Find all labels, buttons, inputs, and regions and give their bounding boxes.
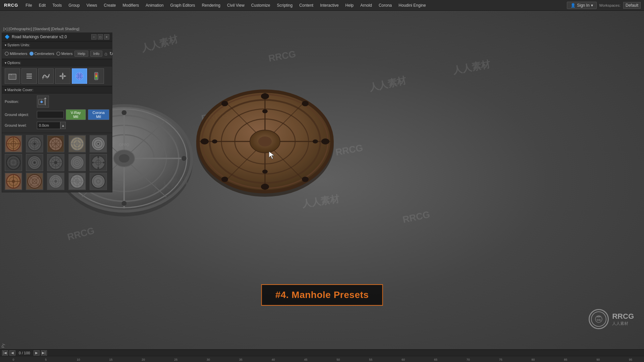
workspaces-label: Workspaces:	[599, 3, 621, 7]
vray-mtl-button[interactable]: V-Ray Mtl	[66, 109, 86, 120]
menu-file[interactable]: File	[22, 0, 35, 10]
unit-centimeters[interactable]: Centimeters	[30, 52, 54, 56]
menu-interactive[interactable]: Interactive	[317, 0, 342, 10]
svg-point-14	[122, 201, 127, 206]
viewport-label: [+] [Orthographic] [Standard] [Default S…	[3, 27, 79, 31]
thumb-15[interactable]	[90, 173, 107, 190]
thumb-12[interactable]	[26, 173, 43, 190]
svg-point-41	[212, 139, 217, 143]
menu-edit[interactable]: Edit	[36, 0, 49, 10]
chevron-down-icon: ▾	[591, 3, 593, 8]
unit-mm-radio	[5, 52, 9, 56]
menu-animation[interactable]: Animation	[142, 0, 167, 10]
system-units-header[interactable]: System Units:	[2, 41, 112, 49]
menu-modifiers[interactable]: Modifiers	[119, 0, 143, 10]
options-header[interactable]: Options:	[2, 59, 112, 66]
menu-tools[interactable]: Tools	[49, 0, 65, 10]
menu-corona[interactable]: Corona	[375, 0, 395, 10]
svg-point-65	[95, 73, 97, 75]
thumb-10[interactable]	[90, 154, 107, 171]
thumb-7[interactable]	[26, 154, 43, 171]
thumb-6[interactable]	[5, 154, 22, 171]
workspaces-select[interactable]: Default	[623, 2, 641, 9]
prev-frame-button[interactable]: ◀	[9, 350, 15, 356]
tool-panel: 🔷 Road Markings Generator v2.0 − □ × Sys…	[2, 33, 112, 192]
options-section	[2, 66, 112, 86]
menu-group[interactable]: Group	[65, 0, 83, 10]
svg-point-13	[122, 110, 127, 115]
info-button[interactable]: Info	[90, 51, 102, 57]
menu-houdini[interactable]: Houdini Engine	[395, 0, 429, 10]
thumb-9[interactable]	[68, 154, 86, 171]
ruler-75: 75	[499, 358, 502, 361]
ground-level-input[interactable]: 0.0cm	[37, 122, 60, 129]
go-to-end-button[interactable]: ▶|	[41, 350, 47, 356]
thumb-1[interactable]	[5, 135, 22, 153]
ruler-45: 45	[304, 358, 308, 361]
ruler-15: 15	[109, 358, 113, 361]
option-arrows[interactable]	[55, 68, 70, 84]
ground-level-up-button[interactable]: ▲	[60, 122, 66, 129]
app-logo: RRCG	[0, 3, 22, 8]
refresh-icon[interactable]: ↻	[109, 51, 113, 56]
help-button[interactable]: Help	[74, 51, 88, 57]
panel-minimize-button[interactable]: −	[91, 34, 97, 40]
go-to-start-button[interactable]: |◀	[2, 350, 8, 356]
svg-marker-57	[59, 75, 61, 77]
svg-point-38	[302, 177, 309, 182]
viewport[interactable]: [+] [Orthographic] [Standard] [Default S…	[0, 11, 644, 349]
home-icon[interactable]: ⌂	[104, 51, 107, 56]
menu-help[interactable]: Help	[342, 0, 357, 10]
menu-rendering[interactable]: Rendering	[199, 0, 224, 10]
option-folder[interactable]	[5, 68, 20, 84]
thumb-3[interactable]	[47, 135, 64, 153]
menu-create[interactable]: Create	[100, 0, 119, 10]
svg-point-33	[201, 138, 209, 144]
option-manhole[interactable]	[72, 68, 87, 84]
option-curves[interactable]	[38, 68, 54, 84]
thumb-5[interactable]	[90, 135, 107, 153]
ground-level-spinner: 0.0cm ▲	[37, 122, 66, 129]
svg-point-16	[181, 156, 186, 161]
thumb-8[interactable]	[47, 154, 64, 171]
option-lines[interactable]	[21, 68, 37, 84]
timeline-ruler[interactable]: 0 5 10 15 20 25 30 35 40 45 50 55 60 65 …	[0, 356, 644, 362]
ruler-65: 65	[434, 358, 437, 361]
ruler-35: 35	[239, 358, 243, 361]
sign-in-area: 👤 Sign In ▾ Workspaces: Default	[564, 2, 644, 9]
menu-content[interactable]: Content	[296, 0, 317, 10]
svg-point-105	[33, 161, 36, 164]
thumb-4[interactable]	[68, 135, 86, 153]
thumb-14[interactable]	[68, 173, 86, 190]
menu-views[interactable]: Views	[83, 0, 101, 10]
ruler-25: 25	[174, 358, 177, 361]
svg-point-69	[41, 101, 43, 103]
menu-arnold[interactable]: Arnold	[357, 0, 375, 10]
sign-in-button[interactable]: 👤 Sign In ▾	[567, 2, 596, 9]
next-frame-button[interactable]: ▶	[34, 350, 40, 356]
menu-customize[interactable]: Customize	[248, 0, 274, 10]
manhole-cover-header[interactable]: Manhole Cover:	[2, 86, 112, 94]
svg-point-37	[221, 177, 228, 182]
unit-millimeters[interactable]: Millimeters	[5, 52, 28, 56]
thumb-13[interactable]	[47, 173, 64, 190]
corona-mtl-button[interactable]: Corona Mtl	[88, 109, 109, 120]
menu-graph-editors[interactable]: Graph Editors	[167, 0, 199, 10]
panel-maximize-button[interactable]: □	[98, 34, 103, 40]
ruler-95: 95	[629, 358, 632, 361]
thumb-11[interactable]	[5, 173, 22, 190]
thumb-2[interactable]	[26, 135, 43, 153]
ground-object-label: Ground object:	[5, 113, 35, 117]
option-traffic-light[interactable]	[89, 68, 104, 84]
menu-civil-view[interactable]: Civil View	[224, 0, 248, 10]
ground-object-input[interactable]	[37, 111, 64, 118]
ruler-80: 80	[531, 358, 535, 361]
ruler-30: 30	[207, 358, 210, 361]
manhole-section: Position: Ground object: V-Ray Mtl Coron…	[2, 94, 112, 133]
unit-meters[interactable]: Meters	[56, 52, 73, 56]
svg-point-96	[97, 143, 99, 145]
svg-text:CG: CG	[597, 318, 601, 321]
panel-close-button[interactable]: ×	[104, 34, 109, 40]
ruler-5: 5	[45, 358, 47, 361]
menu-scripting[interactable]: Scripting	[273, 0, 296, 10]
